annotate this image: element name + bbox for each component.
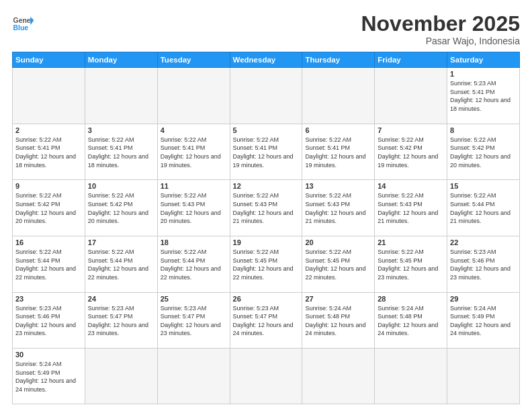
day-info: Sunrise: 5:22 AM Sunset: 5:43 PM Dayligh… [378, 191, 444, 225]
weekday-sunday: Sunday [13, 52, 85, 68]
day-number: 28 [378, 295, 444, 303]
day-info: Sunrise: 5:23 AM Sunset: 5:47 PM Dayligh… [161, 304, 227, 338]
calendar-cell: 21Sunrise: 5:22 AM Sunset: 5:45 PM Dayli… [375, 236, 447, 292]
calendar-cell: 12Sunrise: 5:22 AM Sunset: 5:43 PM Dayli… [230, 180, 302, 236]
calendar-cell [85, 349, 157, 404]
day-number: 12 [233, 182, 300, 190]
calendar-cell: 29Sunrise: 5:24 AM Sunset: 5:49 PM Dayli… [447, 292, 520, 349]
day-number: 8 [450, 126, 517, 134]
calendar-cell: 9Sunrise: 5:22 AM Sunset: 5:42 PM Daylig… [13, 180, 85, 236]
logo: General Blue [12, 12, 34, 34]
day-info: Sunrise: 5:22 AM Sunset: 5:41 PM Dayligh… [305, 136, 371, 169]
day-number: 9 [15, 182, 82, 190]
weekday-saturday: Saturday [447, 52, 520, 68]
day-number: 17 [88, 238, 154, 246]
calendar-cell [375, 68, 447, 124]
day-info: Sunrise: 5:22 AM Sunset: 5:45 PM Dayligh… [305, 248, 371, 281]
calendar-cell [302, 349, 375, 404]
calendar-cell [85, 68, 157, 124]
day-number: 2 [15, 126, 82, 134]
calendar-cell: 20Sunrise: 5:22 AM Sunset: 5:45 PM Dayli… [302, 236, 375, 292]
weekday-wednesday: Wednesday [230, 52, 302, 68]
day-number: 10 [88, 182, 154, 190]
calendar-cell [302, 68, 375, 124]
day-info: Sunrise: 5:24 AM Sunset: 5:49 PM Dayligh… [15, 360, 82, 394]
weekday-monday: Monday [85, 52, 157, 68]
day-number: 11 [161, 182, 227, 190]
calendar-cell: 3Sunrise: 5:22 AM Sunset: 5:41 PM Daylig… [85, 124, 157, 180]
calendar-table: SundayMondayTuesdayWednesdayThursdayFrid… [12, 52, 520, 404]
day-number: 3 [88, 126, 154, 134]
day-number: 7 [378, 126, 444, 134]
calendar-cell [375, 349, 447, 404]
day-info: Sunrise: 5:22 AM Sunset: 5:45 PM Dayligh… [378, 248, 444, 281]
calendar-cell: 13Sunrise: 5:22 AM Sunset: 5:43 PM Dayli… [302, 180, 375, 236]
day-number: 6 [305, 126, 371, 134]
logo-icon: General Blue [12, 12, 34, 34]
day-number: 24 [88, 295, 154, 303]
day-number: 1 [450, 70, 517, 78]
calendar-cell: 14Sunrise: 5:22 AM Sunset: 5:43 PM Dayli… [375, 180, 447, 236]
day-info: Sunrise: 5:23 AM Sunset: 5:47 PM Dayligh… [233, 304, 300, 338]
day-info: Sunrise: 5:22 AM Sunset: 5:41 PM Dayligh… [15, 136, 82, 169]
day-number: 13 [305, 182, 371, 190]
day-info: Sunrise: 5:22 AM Sunset: 5:42 PM Dayligh… [450, 136, 517, 169]
calendar-row-5: 30Sunrise: 5:24 AM Sunset: 5:49 PM Dayli… [13, 349, 520, 404]
day-info: Sunrise: 5:22 AM Sunset: 5:44 PM Dayligh… [450, 191, 517, 225]
calendar-row-1: 2Sunrise: 5:22 AM Sunset: 5:41 PM Daylig… [13, 124, 520, 180]
calendar-row-4: 23Sunrise: 5:23 AM Sunset: 5:46 PM Dayli… [13, 292, 520, 349]
calendar-cell: 2Sunrise: 5:22 AM Sunset: 5:41 PM Daylig… [13, 124, 85, 180]
day-info: Sunrise: 5:22 AM Sunset: 5:42 PM Dayligh… [15, 191, 82, 225]
day-number: 23 [15, 295, 82, 303]
weekday-friday: Friday [375, 52, 447, 68]
month-title: November 2025 [361, 12, 520, 36]
calendar-cell: 28Sunrise: 5:24 AM Sunset: 5:48 PM Dayli… [375, 292, 447, 349]
weekday-thursday: Thursday [302, 52, 375, 68]
day-info: Sunrise: 5:22 AM Sunset: 5:41 PM Dayligh… [233, 136, 300, 169]
page: General Blue November 2025 Pasar Wajo, I… [0, 0, 532, 411]
day-info: Sunrise: 5:22 AM Sunset: 5:43 PM Dayligh… [161, 191, 227, 225]
day-info: Sunrise: 5:22 AM Sunset: 5:44 PM Dayligh… [15, 248, 82, 281]
day-info: Sunrise: 5:23 AM Sunset: 5:46 PM Dayligh… [450, 248, 517, 281]
calendar-cell: 5Sunrise: 5:22 AM Sunset: 5:41 PM Daylig… [230, 124, 302, 180]
day-info: Sunrise: 5:22 AM Sunset: 5:44 PM Dayligh… [161, 248, 227, 281]
day-number: 21 [378, 238, 444, 246]
day-number: 14 [378, 182, 444, 190]
weekday-tuesday: Tuesday [157, 52, 230, 68]
calendar-cell: 17Sunrise: 5:22 AM Sunset: 5:44 PM Dayli… [85, 236, 157, 292]
day-number: 15 [450, 182, 517, 190]
calendar-cell: 22Sunrise: 5:23 AM Sunset: 5:46 PM Dayli… [447, 236, 520, 292]
day-number: 30 [15, 351, 82, 359]
day-number: 16 [15, 238, 82, 246]
day-number: 29 [450, 295, 517, 303]
day-number: 25 [161, 295, 227, 303]
day-info: Sunrise: 5:22 AM Sunset: 5:43 PM Dayligh… [305, 191, 371, 225]
calendar-cell: 24Sunrise: 5:23 AM Sunset: 5:47 PM Dayli… [85, 292, 157, 349]
day-info: Sunrise: 5:24 AM Sunset: 5:48 PM Dayligh… [378, 304, 444, 338]
day-number: 26 [233, 295, 300, 303]
day-number: 18 [161, 238, 227, 246]
day-info: Sunrise: 5:22 AM Sunset: 5:44 PM Dayligh… [88, 248, 154, 281]
calendar-cell: 25Sunrise: 5:23 AM Sunset: 5:47 PM Dayli… [157, 292, 230, 349]
calendar-row-0: 1Sunrise: 5:23 AM Sunset: 5:41 PM Daylig… [13, 68, 520, 124]
calendar-cell: 27Sunrise: 5:24 AM Sunset: 5:48 PM Dayli… [302, 292, 375, 349]
day-info: Sunrise: 5:22 AM Sunset: 5:43 PM Dayligh… [233, 191, 300, 225]
calendar-cell: 11Sunrise: 5:22 AM Sunset: 5:43 PM Dayli… [157, 180, 230, 236]
day-info: Sunrise: 5:24 AM Sunset: 5:48 PM Dayligh… [305, 304, 371, 338]
calendar-cell: 4Sunrise: 5:22 AM Sunset: 5:41 PM Daylig… [157, 124, 230, 180]
day-number: 19 [233, 238, 300, 246]
calendar-row-2: 9Sunrise: 5:22 AM Sunset: 5:42 PM Daylig… [13, 180, 520, 236]
calendar-cell: 8Sunrise: 5:22 AM Sunset: 5:42 PM Daylig… [447, 124, 520, 180]
calendar-cell: 1Sunrise: 5:23 AM Sunset: 5:41 PM Daylig… [447, 68, 520, 124]
day-info: Sunrise: 5:23 AM Sunset: 5:41 PM Dayligh… [450, 79, 517, 113]
calendar-cell [230, 68, 302, 124]
calendar-cell: 19Sunrise: 5:22 AM Sunset: 5:45 PM Dayli… [230, 236, 302, 292]
calendar-cell [157, 68, 230, 124]
day-number: 27 [305, 295, 371, 303]
day-info: Sunrise: 5:22 AM Sunset: 5:42 PM Dayligh… [378, 136, 444, 169]
calendar-cell: 30Sunrise: 5:24 AM Sunset: 5:49 PM Dayli… [13, 349, 85, 404]
weekday-header-row: SundayMondayTuesdayWednesdayThursdayFrid… [13, 52, 520, 68]
calendar-cell [447, 349, 520, 404]
calendar-cell: 26Sunrise: 5:23 AM Sunset: 5:47 PM Dayli… [230, 292, 302, 349]
calendar-row-3: 16Sunrise: 5:22 AM Sunset: 5:44 PM Dayli… [13, 236, 520, 292]
